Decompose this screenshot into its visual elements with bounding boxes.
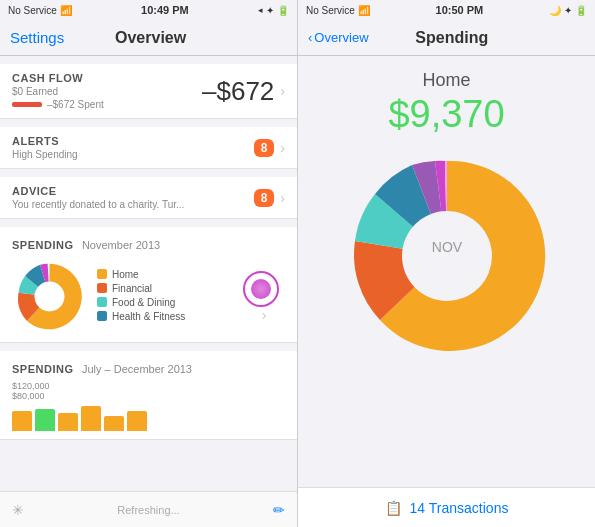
left-content: CASH FLOW $0 Earned –$672 Spent –$672 › … [0, 56, 297, 491]
location-icon: ◂ [258, 5, 263, 15]
legend-health-label: Health & Fitness [112, 311, 185, 322]
overview-title: Overview [115, 29, 186, 47]
back-chevron-icon: ‹ [308, 30, 312, 45]
transactions-bar[interactable]: 📋 14 Transactions [298, 487, 595, 527]
bluetooth-icon-right: ✦ [564, 5, 572, 16]
bar-1 [12, 411, 32, 431]
wifi-icon: 📶 [60, 5, 72, 16]
spending-legend: Home Financial Food & Dining Health & Fi… [87, 269, 243, 325]
advice-sublabel: You recently donated to a charity. Tur..… [12, 199, 254, 210]
svg-point-1 [402, 211, 492, 301]
right-screen: No Service 📶 10:50 PM 🌙 ✦ 🔋 ‹ Overview S… [298, 0, 595, 527]
large-pie-svg: NOV [337, 146, 557, 366]
legend-home-label: Home [112, 269, 139, 280]
small-pie-chart [12, 259, 87, 334]
bar-5 [104, 416, 124, 431]
no-service-right: No Service [306, 5, 355, 16]
legend-health: Health & Fitness [97, 311, 243, 322]
right-status-bar: No Service 📶 10:50 PM 🌙 ✦ 🔋 [298, 0, 595, 20]
bar-4 [81, 406, 101, 431]
spending-title: Spending [415, 29, 488, 47]
settings-nav-button[interactable]: Settings [10, 29, 64, 46]
no-service-left: No Service [8, 5, 57, 16]
legend-food-label: Food & Dining [112, 297, 175, 308]
left-time: 10:49 PM [141, 4, 189, 16]
spending-jul-section[interactable]: SPENDING July – December 2013 $120,000 $… [0, 351, 297, 440]
svg-point-0 [35, 282, 65, 312]
cash-flow-label: CASH FLOW [12, 72, 202, 84]
bar-3 [58, 413, 78, 431]
transactions-label: 14 Transactions [410, 500, 509, 516]
advice-chevron: › [280, 190, 285, 206]
transactions-icon: 📋 [385, 500, 402, 516]
bar-amount-120k: $120,000 [12, 381, 285, 391]
alerts-section[interactable]: ALERTS High Spending 8 › [0, 127, 297, 169]
circle-select-button[interactable] [243, 271, 279, 307]
legend-home-dot [97, 269, 107, 279]
cash-flow-earned: $0 Earned [12, 86, 202, 97]
spending-nov-label: SPENDING [12, 239, 73, 251]
left-bottom-bar: ✳ Refreshing... ✏ [0, 491, 297, 527]
bluetooth-icon: ✦ [266, 5, 274, 16]
category-name: Home [422, 70, 470, 91]
battery-icon: 🔋 [277, 5, 289, 16]
left-status-bar: No Service 📶 10:49 PM ◂ ✦ 🔋 [0, 0, 297, 20]
category-amount: $9,370 [388, 93, 504, 136]
alerts-label: ALERTS [12, 135, 254, 147]
left-screen: No Service 📶 10:49 PM ◂ ✦ 🔋 Settings Ove… [0, 0, 298, 527]
back-to-overview-button[interactable]: ‹ Overview [308, 30, 369, 45]
cash-flow-spent-bar [12, 102, 42, 107]
bar-section-date: July – December 2013 [82, 363, 192, 375]
edit-icon[interactable]: ✏ [273, 502, 285, 518]
legend-health-dot [97, 311, 107, 321]
spending-nov-section[interactable]: SPENDING November 2013 [0, 227, 297, 343]
circle-inner [251, 279, 271, 299]
cash-flow-amount: –$672 [202, 76, 274, 107]
right-content: Home $9,370 NOV [298, 56, 595, 527]
bar-section-label: SPENDING [12, 363, 73, 375]
svg-text:NOV: NOV [431, 239, 462, 255]
bar-amount-80k: $80,000 [12, 391, 285, 401]
right-time: 10:50 PM [436, 4, 484, 16]
legend-food-dot [97, 297, 107, 307]
alerts-badge: 8 [254, 139, 275, 157]
bar-2 [35, 409, 55, 431]
legend-home: Home [97, 269, 243, 280]
wifi-icon-right: 📶 [358, 5, 370, 16]
alerts-chevron: › [280, 140, 285, 156]
alerts-sublabel: High Spending [12, 149, 254, 160]
left-nav-bar: Settings Overview [0, 20, 297, 56]
refreshing-text: Refreshing... [117, 504, 179, 516]
large-pie-chart[interactable]: NOV [337, 146, 557, 366]
advice-badge: 8 [254, 189, 275, 207]
cash-flow-chevron: › [280, 83, 285, 99]
mini-bar-area [12, 403, 285, 431]
refresh-icon[interactable]: ✳ [12, 502, 24, 518]
spending-chevron: › [262, 307, 267, 323]
right-nav-bar: ‹ Overview Spending [298, 20, 595, 56]
advice-section[interactable]: ADVICE You recently donated to a charity… [0, 177, 297, 219]
legend-financial-dot [97, 283, 107, 293]
cash-flow-section[interactable]: CASH FLOW $0 Earned –$672 Spent –$672 › [0, 64, 297, 119]
legend-financial-label: Financial [112, 283, 152, 294]
legend-financial: Financial [97, 283, 243, 294]
back-label: Overview [314, 30, 368, 45]
spending-nov-date: November 2013 [82, 239, 160, 251]
bar-6 [127, 411, 147, 431]
legend-food: Food & Dining [97, 297, 243, 308]
cash-flow-spent-text: –$672 Spent [47, 99, 104, 110]
battery-icon-right: 🔋 [575, 5, 587, 16]
advice-label: ADVICE [12, 185, 254, 197]
moon-icon: 🌙 [549, 5, 561, 16]
